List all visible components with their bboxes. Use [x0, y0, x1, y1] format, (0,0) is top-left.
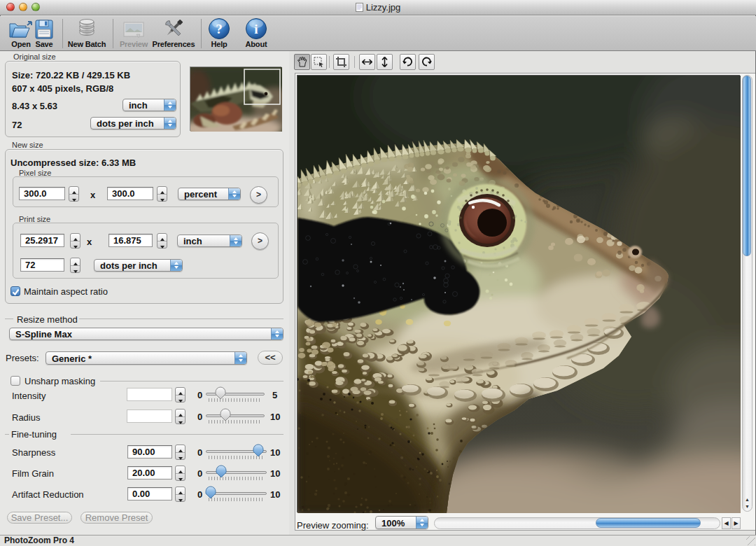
svg-text:i: i: [254, 22, 258, 36]
svg-text:?: ?: [216, 22, 223, 36]
